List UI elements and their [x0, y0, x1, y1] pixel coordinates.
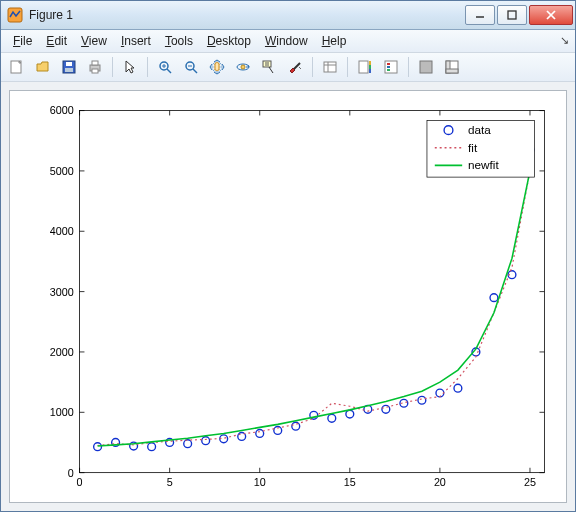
- svg-rect-40: [446, 69, 458, 73]
- menu-help[interactable]: Help: [316, 32, 353, 50]
- menu-insert[interactable]: Insert: [115, 32, 157, 50]
- svg-text:3000: 3000: [50, 286, 74, 298]
- svg-text:newfit: newfit: [468, 158, 499, 171]
- pointer-button[interactable]: [118, 55, 142, 79]
- new-figure-button[interactable]: [5, 55, 29, 79]
- menu-view[interactable]: View: [75, 32, 113, 50]
- legend-button[interactable]: [379, 55, 403, 79]
- print-button[interactable]: [83, 55, 107, 79]
- svg-rect-8: [65, 68, 73, 72]
- toolbar-sep: [312, 57, 313, 77]
- svg-text:0: 0: [77, 476, 83, 488]
- svg-rect-31: [369, 61, 371, 65]
- svg-text:5000: 5000: [50, 165, 74, 177]
- figure-window: Figure 1 File Edit View Insert Tools Des…: [0, 0, 576, 512]
- menu-tools[interactable]: Tools: [159, 32, 199, 50]
- titlebar: Figure 1: [1, 1, 575, 30]
- zoom-out-button[interactable]: [179, 55, 203, 79]
- svg-rect-26: [324, 62, 336, 72]
- menu-edit[interactable]: Edit: [40, 32, 73, 50]
- svg-text:20: 20: [434, 476, 446, 488]
- window-title: Figure 1: [29, 8, 465, 22]
- menu-window[interactable]: Window: [259, 32, 314, 50]
- svg-text:6000: 6000: [50, 104, 74, 116]
- svg-rect-37: [420, 61, 432, 73]
- zoom-in-button[interactable]: [153, 55, 177, 79]
- rotate3d-button[interactable]: [231, 55, 255, 79]
- svg-rect-32: [369, 65, 371, 69]
- toolbar: [1, 53, 575, 82]
- svg-point-21: [241, 65, 245, 69]
- link-data-button[interactable]: [318, 55, 342, 79]
- toolbar-sep: [112, 57, 113, 77]
- svg-rect-10: [92, 61, 98, 65]
- dock-arrow-icon[interactable]: ↘: [560, 34, 569, 47]
- datacursor-button[interactable]: [257, 55, 281, 79]
- hide-plot-tools-button[interactable]: [414, 55, 438, 79]
- menubar: File Edit View Insert Tools Desktop Wind…: [1, 30, 575, 53]
- svg-rect-2: [508, 11, 516, 19]
- toolbar-sep: [347, 57, 348, 77]
- axes[interactable]: 05101520250100020003000400050006000dataf…: [10, 91, 566, 502]
- figure-panel: 05101520250100020003000400050006000dataf…: [9, 90, 567, 503]
- colorbar-button[interactable]: [353, 55, 377, 79]
- window-controls: [465, 5, 573, 25]
- toolbar-sep: [147, 57, 148, 77]
- svg-rect-11: [92, 69, 98, 73]
- svg-line-25: [294, 63, 300, 69]
- svg-text:15: 15: [344, 476, 356, 488]
- toolbar-sep: [408, 57, 409, 77]
- menu-desktop[interactable]: Desktop: [201, 32, 257, 50]
- svg-text:2000: 2000: [50, 346, 74, 358]
- svg-text:fit: fit: [468, 141, 478, 154]
- svg-rect-33: [385, 61, 397, 73]
- svg-text:25: 25: [524, 476, 536, 488]
- svg-rect-7: [66, 62, 72, 66]
- svg-text:data: data: [468, 123, 491, 136]
- close-button[interactable]: [529, 5, 573, 25]
- brush-button[interactable]: [283, 55, 307, 79]
- pan-button[interactable]: [205, 55, 229, 79]
- open-button[interactable]: [31, 55, 55, 79]
- save-button[interactable]: [57, 55, 81, 79]
- svg-text:4000: 4000: [50, 225, 74, 237]
- menu-file[interactable]: File: [7, 32, 38, 50]
- minimize-button[interactable]: [465, 5, 495, 25]
- plot-area: 05101520250100020003000400050006000dataf…: [1, 82, 575, 511]
- app-icon: [7, 7, 23, 23]
- svg-line-13: [167, 69, 171, 73]
- svg-text:1000: 1000: [50, 406, 74, 418]
- svg-rect-29: [359, 61, 368, 73]
- svg-text:10: 10: [254, 476, 266, 488]
- maximize-button[interactable]: [497, 5, 527, 25]
- svg-text:0: 0: [68, 467, 74, 479]
- svg-rect-22: [263, 61, 271, 67]
- show-plot-tools-button[interactable]: [440, 55, 464, 79]
- svg-line-17: [193, 69, 197, 73]
- svg-text:5: 5: [167, 476, 173, 488]
